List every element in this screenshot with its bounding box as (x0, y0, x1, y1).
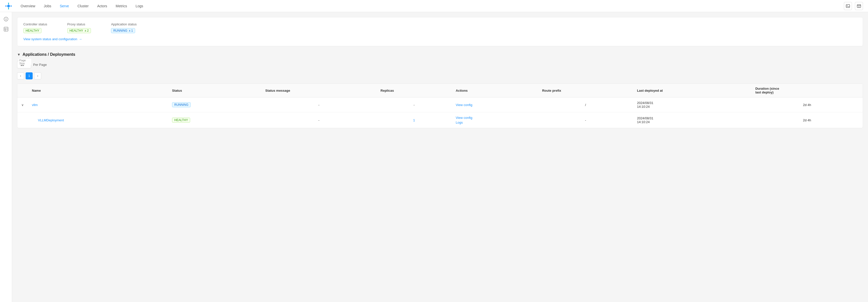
layout-icon-button[interactable] (855, 2, 863, 10)
row-name-cell-2: VLLMDeployment (28, 112, 168, 128)
nav-actors[interactable]: Actors (94, 2, 111, 9)
row-status-cell: RUNNING (168, 97, 261, 112)
col-expand (17, 84, 28, 97)
nav-logs[interactable]: Logs (132, 2, 147, 9)
table-row: VLLMDeployment HEALTHY - 1 View config (17, 112, 863, 128)
col-actions: Actions (452, 84, 538, 97)
proxy-status-item: Proxy status HEALTHY x 2 (67, 22, 91, 33)
table-container: Name Status Status message Replicas Acti… (17, 83, 863, 128)
layout: Controller status HEALTHY Proxy status H… (0, 12, 868, 302)
nav-serve[interactable]: Serve (56, 2, 72, 9)
row-view-config-link[interactable]: View config (456, 103, 472, 107)
row-duration-cell: 2d 4h (751, 97, 863, 112)
deployments-table: Name Status Status message Replicas Acti… (17, 84, 863, 128)
row-actions-cell-2: View config Logs (452, 112, 538, 128)
main-content: Controller status HEALTHY Proxy status H… (12, 12, 868, 302)
row-status-badge-healthy: HEALTHY (172, 118, 190, 123)
row-view-config-link-2[interactable]: View config (456, 116, 534, 120)
pagination: ‹ 1 › (17, 72, 863, 80)
row-last-deployed-cell: 2024/08/3114:10:24 (633, 97, 751, 112)
row-logs-link[interactable]: Logs (456, 121, 534, 124)
svg-point-4 (8, 8, 9, 9)
col-replicas: Replicas (376, 84, 452, 97)
page-1-button[interactable]: 1 (26, 72, 33, 80)
col-status: Status (168, 84, 261, 97)
row-status-message-cell: - (261, 97, 376, 112)
row-name-link-vllmdeployment[interactable]: VLLMDeployment (38, 118, 64, 122)
table-header-row: Name Status Status message Replicas Acti… (17, 84, 863, 97)
section-header: ▼ Applications / Deployments (17, 52, 863, 57)
row-status-message-cell-2: - (261, 112, 376, 128)
row-expand-arrow[interactable]: ∨ (21, 103, 24, 107)
sidebar-table-icon[interactable] (2, 25, 10, 33)
svg-point-14 (6, 18, 6, 19)
section-title: Applications / Deployments (23, 52, 75, 57)
row-status-cell-2: HEALTHY (168, 112, 261, 128)
application-status-badge: RUNNING x 1 (111, 28, 135, 33)
nav-metrics[interactable]: Metrics (112, 2, 131, 9)
svg-rect-15 (4, 27, 8, 31)
proxy-status-badge: HEALTHY x 2 (67, 28, 91, 33)
col-last-deployed: Last deployed at (633, 84, 751, 97)
svg-point-6 (11, 5, 12, 6)
svg-point-5 (5, 5, 6, 6)
nav-cluster[interactable]: Cluster (74, 2, 92, 9)
row-status-badge-running: RUNNING (172, 102, 191, 107)
col-route-prefix: Route prefix (538, 84, 633, 97)
terminal-icon-button[interactable] (844, 2, 852, 10)
row-name-cell: vllm (28, 97, 168, 112)
collapse-icon[interactable]: ▼ (17, 53, 21, 57)
row-replicas-cell: - (376, 97, 452, 112)
row-replicas-cell-2: 1 (376, 112, 452, 128)
controller-status-item: Controller status HEALTHY (23, 22, 47, 33)
svg-point-3 (8, 2, 9, 3)
status-row: Controller status HEALTHY Proxy status H… (23, 22, 857, 33)
row-replicas-link[interactable]: 1 (413, 118, 415, 122)
status-card: Controller status HEALTHY Proxy status H… (17, 17, 863, 46)
controller-status-label: Controller status (23, 22, 47, 26)
row-actions-container: View config Logs (456, 116, 534, 124)
col-name: Name (28, 84, 168, 97)
page-size-wrapper: Page Size (17, 61, 31, 68)
system-status-link[interactable]: View system status and configuration → (23, 37, 82, 41)
row-expand-cell-2 (17, 112, 28, 128)
row-duration-cell-2: 2d 4h (751, 112, 863, 128)
row-actions-cell: View config (452, 97, 538, 112)
top-nav: Overview Jobs Serve Cluster Actors Metri… (0, 0, 868, 12)
logo (5, 2, 12, 9)
row-route-prefix-cell-2: - (538, 112, 633, 128)
row-expand-cell: ∨ (17, 97, 28, 112)
page-size-label: Page Size (19, 59, 31, 65)
next-page-button[interactable]: › (34, 72, 41, 80)
row-name-link-vllm[interactable]: vllm (32, 103, 38, 107)
sidebar-info-icon[interactable] (2, 15, 10, 23)
sidebar (0, 12, 12, 302)
page-size-control: Page Size Per Page (17, 61, 863, 68)
proxy-status-label: Proxy status (67, 22, 91, 26)
per-page-text: Per Page (33, 63, 47, 67)
col-duration: Duration (sincelast deploy) (751, 84, 863, 97)
nav-links: Overview Jobs Serve Cluster Actors Metri… (17, 2, 844, 9)
nav-overview[interactable]: Overview (17, 2, 39, 9)
col-status-message: Status message (261, 84, 376, 97)
controller-status-badge: HEALTHY (23, 28, 41, 33)
application-status-item: Application status RUNNING x 1 (111, 22, 136, 33)
nav-right-icons (844, 2, 863, 10)
row-last-deployed-cell-2: 2024/08/3114:10:24 (633, 112, 751, 128)
prev-page-button[interactable]: ‹ (17, 72, 24, 80)
table-row: ∨ vllm RUNNING - - View config (17, 97, 863, 112)
nav-jobs[interactable]: Jobs (40, 2, 55, 9)
row-route-prefix-cell: / (538, 97, 633, 112)
application-status-label: Application status (111, 22, 136, 26)
